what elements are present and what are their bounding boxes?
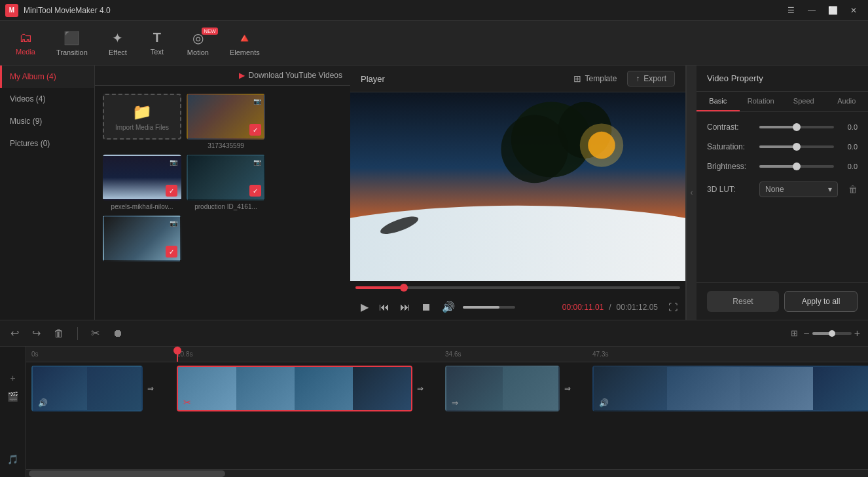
redo-button[interactable]: ↪: [29, 324, 43, 342]
transition-2[interactable]: ⇒: [412, 381, 428, 396]
toolbar-item-text[interactable]: T Text: [137, 26, 177, 60]
toolbar-item-effect[interactable]: ✦ Effect: [98, 26, 137, 60]
player-progress[interactable]: [350, 281, 685, 294]
frame-8: [503, 367, 559, 410]
media-icon: 🗂: [19, 30, 32, 45]
elements-icon: 🔺: [236, 30, 253, 46]
properties-panel: Video Property Basic Rotation Speed Audi…: [696, 66, 868, 320]
import-media-item[interactable]: 📁 Import Media Files: [103, 94, 181, 149]
tab-rotation[interactable]: Rotation: [740, 92, 783, 111]
saturation-slider-wrap: 0.0: [759, 143, 858, 151]
media-item-production[interactable]: 📷 ✓ production ID_4161...: [187, 155, 265, 210]
export-button[interactable]: ↑ Export: [627, 71, 675, 86]
close-button[interactable]: ✕: [844, 3, 863, 18]
video-clip-1[interactable]: 🔊: [31, 366, 143, 411]
fit-button[interactable]: ⊞: [788, 326, 801, 341]
export-label: Export: [643, 74, 666, 83]
toolbar-item-transition[interactable]: ⬛ Transition: [46, 26, 98, 60]
selected-check-2: ✓: [166, 185, 177, 197]
saturation-label: Saturation:: [707, 142, 759, 151]
next-button[interactable]: ⏭: [397, 299, 413, 316]
volume-bar[interactable]: [463, 306, 515, 309]
toolbar-item-elements[interactable]: 🔺 Elements: [219, 26, 270, 60]
media-thumb-4: 📷 ✓: [103, 216, 181, 261]
video-clip-3[interactable]: ⇒: [445, 366, 560, 411]
playhead-head: [173, 347, 181, 354]
video-clip-4[interactable]: 🔊: [592, 366, 868, 411]
zoom-slider[interactable]: [812, 332, 852, 335]
saturation-slider[interactable]: [759, 145, 834, 148]
timeline-body: + 🎬 🎵 0s 10.8s 34.6s 47.3s: [0, 347, 868, 477]
toolbar-label-effect: Effect: [109, 48, 127, 56]
play-button[interactable]: ▶: [358, 298, 371, 316]
progress-bar[interactable]: [355, 286, 680, 289]
prop-actions: Reset Apply to all: [696, 282, 868, 320]
timeline-playhead[interactable]: [177, 347, 178, 362]
progress-thumb: [400, 284, 408, 292]
menu-button[interactable]: ☰: [782, 3, 800, 18]
tab-speed[interactable]: Speed: [782, 92, 825, 111]
sidebar-item-my-album[interactable]: My Album (4): [0, 66, 94, 88]
timeline-track-icons: + 🎬 🎵: [0, 347, 26, 477]
fullscreen-button[interactable]: ⛶: [668, 302, 678, 313]
reset-button[interactable]: Reset: [707, 291, 779, 312]
music-track-row: [26, 415, 868, 448]
frame-2: [87, 367, 141, 410]
volume-fill: [463, 306, 499, 309]
import-label: Import Media Files: [115, 124, 169, 131]
maximize-button[interactable]: ⬜: [823, 3, 842, 18]
add-track-icon[interactable]: +: [10, 373, 15, 383]
toolbar-label-transition: Transition: [56, 48, 88, 56]
lut-delete-button[interactable]: 🗑: [848, 184, 858, 195]
toolbar-item-media[interactable]: 🗂 Media: [5, 26, 46, 60]
frame-5: [295, 367, 353, 410]
import-thumb[interactable]: 📁 Import Media Files: [103, 94, 181, 140]
zoom-out-button[interactable]: −: [803, 328, 809, 339]
brightness-fill: [759, 165, 797, 168]
frame-10: [667, 367, 740, 410]
video-track-icon: 🎬: [7, 391, 18, 402]
contrast-slider[interactable]: [759, 126, 834, 128]
tab-basic[interactable]: Basic: [696, 92, 740, 111]
media-item-5[interactable]: 📷 ✓: [103, 216, 181, 264]
new-badge: NEW: [202, 28, 218, 35]
sidebar-item-videos[interactable]: Videos (4): [0, 88, 94, 110]
sidebar-item-pictures[interactable]: Pictures (0): [0, 132, 94, 155]
volume-icon[interactable]: 🔊: [439, 298, 458, 316]
toolbar-separator: [77, 327, 78, 340]
apply-all-button[interactable]: Apply to all: [784, 291, 858, 312]
frame-4: [236, 367, 295, 410]
timeline-scrollbar[interactable]: [26, 469, 868, 477]
frame-11: [740, 367, 813, 410]
cut-button[interactable]: ✂: [88, 324, 102, 342]
undo-button[interactable]: ↩: [8, 324, 22, 342]
sidebar-item-music[interactable]: Music (9): [0, 110, 94, 132]
brightness-slider[interactable]: [759, 165, 834, 168]
download-youtube-button[interactable]: ▶ Download YouTube Videos: [239, 71, 342, 80]
cut-icon: ✂: [183, 397, 191, 408]
scroll-thumb[interactable]: [29, 470, 225, 477]
media-item-pexels[interactable]: 📷 ✓ pexels-mikhail-nilov...: [103, 155, 181, 210]
timeline-tracks[interactable]: 🔊 ⇒: [26, 362, 868, 469]
media-item-3173435599[interactable]: 📷 ✓ 3173435599: [187, 94, 265, 149]
tab-audio[interactable]: Audio: [825, 92, 869, 111]
clip-frames-1: [33, 367, 141, 410]
brightness-row: Brightness: 0.0: [707, 162, 858, 171]
template-button[interactable]: ⊞ Template: [573, 73, 617, 84]
toolbar-item-motion[interactable]: NEW ◎ Motion: [177, 26, 219, 60]
contrast-thumb: [793, 123, 801, 131]
time-marker-0: 0s: [31, 351, 39, 358]
panel-collapse-button[interactable]: ‹: [686, 66, 696, 320]
transition-3[interactable]: ⇒: [560, 381, 575, 396]
lut-select[interactable]: None ▾: [759, 181, 838, 197]
transition-1[interactable]: ⇒: [143, 381, 158, 396]
delete-button[interactable]: 🗑: [51, 325, 67, 342]
minimize-button[interactable]: —: [803, 3, 821, 18]
zoom-in-button[interactable]: +: [854, 328, 860, 339]
prev-button[interactable]: ⏮: [376, 299, 392, 316]
toolbar-label-media: Media: [16, 48, 35, 56]
lut-row: 3D LUT: None ▾ 🗑: [707, 181, 858, 197]
video-clip-2[interactable]: ✂: [177, 366, 412, 411]
record-button[interactable]: ⏺: [110, 325, 126, 342]
stop-button[interactable]: ⏹: [418, 299, 434, 316]
